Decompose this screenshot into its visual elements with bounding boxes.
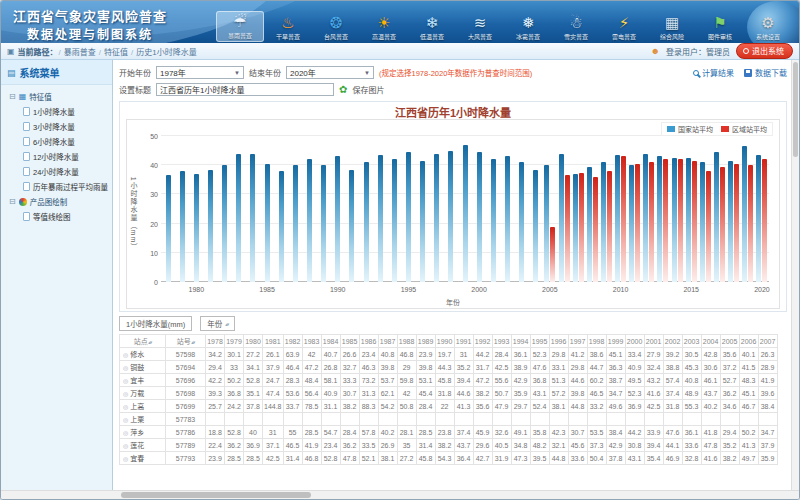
start-year-select[interactable]: 1978年 ▼ [156,66,244,79]
table-row[interactable]: ◎上栗57783 [120,413,778,426]
table-row[interactable]: ◎上高5769925.724.237.8144.833.778.531.138.… [120,400,778,413]
toolbar-item-label: 综合风险 [660,32,684,41]
toolbar-item-map-review[interactable]: ⚑图件审核 [696,13,744,42]
chart-title-input[interactable] [156,83,334,96]
col-header-station-id[interactable]: 站号 ▴▾ [166,335,206,348]
table-row[interactable]: ◎莲花5778922.436.236.937.146.541.923.436.2… [120,439,778,452]
table-row[interactable]: ◎铜鼓5769429.43334.137.946.447.226.832.746… [120,361,778,374]
toolbar-item-gale[interactable]: ≋大风普查 [456,13,504,42]
breadcrumb-segment[interactable]: 历史1小时降水量 [136,48,196,57]
vertical-scrollbar[interactable] [791,60,799,490]
table-row[interactable]: ◎修水5759834.230.127.226.163.94240.726.623… [120,348,778,361]
sidebar-item-contour-plot[interactable]: 等值线绘图 [3,209,110,224]
page-icon [23,152,30,161]
table-row[interactable]: ◎宜春5779323.928.528.542.531.446.852.847.8… [120,452,778,465]
col-header-year[interactable]: 1986 [359,335,378,348]
col-header-year[interactable]: 1990 [435,335,454,348]
row-expander-icon[interactable]: ◎ [123,430,128,436]
toolbar-item-settings[interactable]: ⚙系统设置 [744,13,792,42]
col-header-year[interactable]: 1999 [606,335,625,348]
expander-icon[interactable]: ⊟ [9,198,16,206]
row-expander-icon[interactable]: ◎ [123,417,128,423]
calc-result-button[interactable]: 计算结果 [693,67,734,78]
value-cell: 53.5 [587,426,606,439]
col-header-year[interactable]: 1982 [283,335,302,348]
col-header-year[interactable]: 2002 [663,335,682,348]
col-header-year[interactable]: 1991 [454,335,473,348]
col-header-year[interactable]: 2003 [682,335,701,348]
sidebar-group-products[interactable]: ⊟产品图绘制 [3,194,110,209]
col-header-year[interactable]: 1984 [321,335,340,348]
col-header-year[interactable]: 1995 [530,335,549,348]
sidebar-group-features[interactable]: ⊟▦特征值 [3,89,110,104]
table-row[interactable]: ◎宜丰5769642.250.252.824.728.348.458.133.3… [120,374,778,387]
col-header-year[interactable]: 2005 [720,335,739,348]
value-cell: 34.7 [758,426,777,439]
col-header-year[interactable]: 2004 [701,335,720,348]
sidebar-item-rain-3h[interactable]: 3小时降水量 [3,119,110,134]
row-expander-icon[interactable]: ◎ [123,391,128,397]
col-header-year[interactable]: 1998 [587,335,606,348]
col-header-year[interactable]: 2007 [758,335,777,348]
toolbar-item-rainstorm[interactable]: ☔暴雨普查 [216,11,264,42]
sidebar-item-rain-process-avg[interactable]: 历年暴雨过程平均雨量 [3,179,110,194]
table-row[interactable]: ◎万载5769839.336.835.147.453.656.440.930.7… [120,387,778,400]
value-cell: 38.4 [606,426,625,439]
col-header-year[interactable]: 1997 [568,335,587,348]
pivot-year-pill[interactable]: 年份 ▴▾ [200,316,235,331]
sidebar-item-rain-6h[interactable]: 6小时降水量 [3,134,110,149]
app-window: 江西省气象灾害风险普查 数据处理与制图系统 ☔暴雨普查♨干旱普查❂台风普查☀高温… [0,0,800,500]
end-year-select[interactable]: 2020年 ▼ [286,66,374,79]
sidebar-item-rain-12h[interactable]: 12小时降水量 [3,149,110,164]
col-header-year[interactable]: 1985 [340,335,359,348]
col-header-year[interactable]: 1978 [206,335,225,348]
col-header-year[interactable]: 1981 [263,335,284,348]
range-note: (规定选择1978-2020年数据作为普查时间范围) [379,67,532,78]
col-header-year[interactable]: 1983 [302,335,321,348]
row-expander-icon[interactable]: ◎ [123,378,128,384]
logout-button[interactable]: 退出系统 [736,43,793,59]
toolbar-item-drought[interactable]: ♨干旱普查 [264,13,312,42]
breadcrumb-segment[interactable]: 特征值 [104,48,128,57]
col-header-year[interactable]: 1996 [549,335,568,348]
save-image-button[interactable]: 保存图片 [352,84,384,95]
data-download-button[interactable]: 数据下载 [744,67,787,78]
toolbar-item-hail[interactable]: ❅冰雹普查 [504,13,552,42]
row-expander-icon[interactable]: ◎ [123,443,128,449]
col-header-year[interactable]: 1988 [397,335,416,348]
col-header-year[interactable]: 1979 [225,335,244,348]
table-row[interactable]: ◎萍乡5778618.852.840315528.554.728.457.840… [120,426,778,439]
horizontal-scrollbar[interactable] [1,490,799,499]
value-cell: 29.6 [473,439,492,452]
toolbar-item-lightning[interactable]: ⚡雷电普查 [600,13,648,42]
snow-icon: ☃ [569,14,582,31]
row-expander-icon[interactable]: ◎ [123,365,128,371]
horizontal-scroll-thumb[interactable] [121,492,311,498]
row-expander-icon[interactable]: ◎ [123,352,128,358]
breadcrumb-segment[interactable]: 暴雨普查 [64,48,96,57]
toolbar-item-high-temp[interactable]: ☀高温普查 [360,13,408,42]
col-header-station[interactable]: 站点 ▴▾ [120,335,166,348]
station-id-cell: 57698 [166,387,206,400]
row-expander-icon[interactable]: ◎ [123,456,128,462]
col-header-year[interactable]: 2001 [644,335,663,348]
col-header-year[interactable]: 1987 [378,335,397,348]
expander-icon[interactable]: ⊟ [9,93,16,101]
toolbar-item-snow[interactable]: ☃雪灾普查 [552,13,600,42]
col-header-year[interactable]: 1992 [473,335,492,348]
toolbar-item-risk-calc[interactable]: ▦综合风险 [648,13,696,42]
col-header-year[interactable]: 1980 [244,335,263,348]
col-header-year[interactable]: 1989 [416,335,435,348]
col-header-year[interactable]: 1993 [492,335,511,348]
toolbar-item-typhoon[interactable]: ❂台风普查 [312,13,360,42]
sidebar-item-rain-24h[interactable]: 24小时降水量 [3,164,110,179]
sidebar-item-rain-1h[interactable]: 1小时降水量 [3,104,110,119]
row-expander-icon[interactable]: ◎ [123,404,128,410]
col-header-year[interactable]: 1994 [511,335,530,348]
year-group [203,136,217,282]
vertical-scroll-thumb[interactable] [793,62,798,157]
col-header-year[interactable]: 2006 [739,335,758,348]
unit-pill[interactable]: 1小时降水量(mm) [119,316,192,331]
col-header-year[interactable]: 2000 [625,335,644,348]
toolbar-item-low-temp[interactable]: ❄低温普查 [408,13,456,42]
